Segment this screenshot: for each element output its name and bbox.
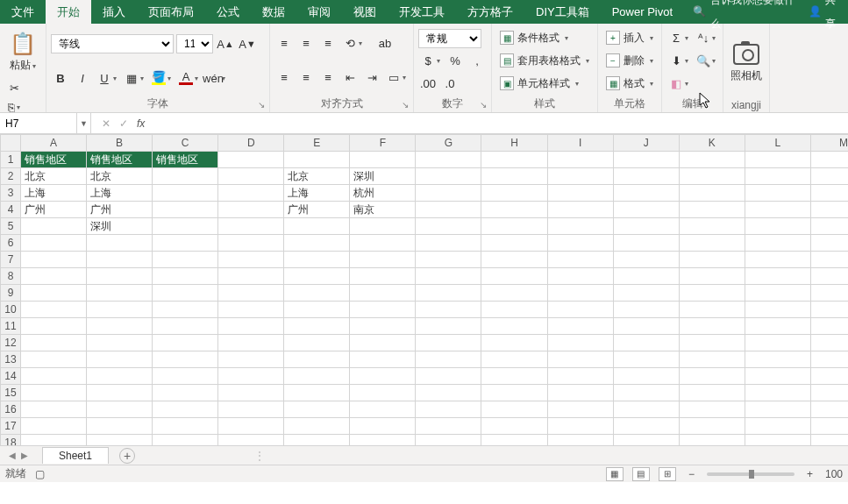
italic-button[interactable]: I — [73, 69, 92, 87]
cell[interactable] — [20, 435, 86, 446]
cell[interactable] — [810, 202, 848, 218]
cell[interactable] — [613, 185, 679, 202]
cell[interactable] — [416, 368, 481, 385]
zoom-slider[interactable] — [707, 472, 795, 476]
cell[interactable] — [284, 235, 350, 252]
align-bottom-button[interactable]: ≡ — [318, 35, 338, 53]
view-page-layout-button[interactable]: ▤ — [632, 467, 650, 481]
cell[interactable] — [153, 435, 218, 446]
tab-review[interactable]: 审阅 — [296, 0, 342, 24]
cell[interactable] — [218, 218, 284, 235]
cell[interactable] — [153, 368, 218, 385]
row-header[interactable]: 5 — [1, 218, 21, 235]
column-header[interactable]: E — [284, 135, 350, 152]
cell[interactable] — [153, 252, 218, 268]
cell[interactable] — [613, 318, 679, 335]
cell[interactable] — [153, 185, 218, 202]
cell-styles-button[interactable]: ▣单元格样式 — [496, 75, 593, 93]
cell[interactable] — [20, 235, 86, 252]
cell[interactable] — [679, 302, 745, 318]
cell[interactable] — [87, 385, 153, 401]
cell[interactable] — [218, 418, 284, 435]
cell[interactable] — [481, 418, 547, 435]
cell[interactable] — [547, 252, 613, 268]
insert-function-button[interactable]: fx — [137, 117, 145, 130]
cell[interactable] — [679, 252, 745, 268]
cell[interactable] — [679, 218, 745, 235]
border-button[interactable]: ▦ — [122, 69, 146, 87]
percent-button[interactable]: % — [445, 53, 465, 70]
tab-insert[interactable]: 插入 — [91, 0, 137, 24]
cell[interactable] — [481, 168, 547, 185]
cell[interactable] — [810, 385, 848, 401]
tab-file[interactable]: 文件 — [0, 0, 46, 24]
cell[interactable] — [547, 185, 613, 202]
cell[interactable] — [218, 235, 284, 252]
zoom-level[interactable]: 100 — [825, 468, 843, 480]
column-header[interactable]: H — [481, 135, 547, 152]
phonetic-button[interactable]: wén — [203, 69, 228, 87]
sort-filter-button[interactable]: ᴬ↓ — [694, 29, 718, 46]
cell[interactable] — [481, 385, 547, 401]
cell[interactable]: 销售地区 — [87, 152, 153, 168]
font-size-select[interactable]: 11 — [176, 34, 213, 53]
row-header[interactable]: 13 — [1, 351, 21, 368]
cell[interactable] — [547, 235, 613, 252]
cell[interactable] — [350, 218, 416, 235]
row-header[interactable]: 7 — [1, 252, 21, 268]
align-right-button[interactable]: ≡ — [318, 69, 338, 87]
cell[interactable] — [481, 302, 547, 318]
share-button[interactable]: 👤 共享 — [803, 0, 848, 24]
cell[interactable] — [20, 351, 86, 368]
cell[interactable] — [350, 285, 416, 302]
cell[interactable] — [745, 351, 810, 368]
cell[interactable] — [810, 285, 848, 302]
underline-button[interactable]: U — [95, 69, 119, 87]
increase-font-button[interactable]: A▲ — [216, 35, 235, 53]
cell[interactable] — [218, 435, 284, 446]
cell[interactable] — [679, 368, 745, 385]
cell[interactable] — [613, 435, 679, 446]
cell[interactable] — [481, 252, 547, 268]
cell[interactable] — [613, 168, 679, 185]
merge-button[interactable]: ▭ — [384, 69, 409, 87]
cell[interactable] — [481, 235, 547, 252]
cell[interactable] — [745, 152, 810, 168]
cell[interactable]: 销售地区 — [20, 152, 86, 168]
cell[interactable] — [350, 268, 416, 285]
cell[interactable] — [416, 385, 481, 401]
cell[interactable] — [679, 435, 745, 446]
column-header[interactable]: C — [153, 135, 218, 152]
cell[interactable] — [481, 351, 547, 368]
decrease-indent-button[interactable]: ⇤ — [340, 69, 360, 87]
cell[interactable] — [350, 252, 416, 268]
cell[interactable] — [218, 285, 284, 302]
cell[interactable] — [547, 385, 613, 401]
cell[interactable]: 广州 — [284, 202, 350, 218]
tab-view[interactable]: 视图 — [342, 0, 388, 24]
cancel-formula-button[interactable]: ✕ — [102, 117, 110, 130]
cell[interactable] — [745, 218, 810, 235]
cell[interactable] — [745, 401, 810, 418]
cell[interactable] — [218, 302, 284, 318]
cell[interactable] — [679, 335, 745, 351]
cell[interactable] — [218, 368, 284, 385]
tab-diy[interactable]: DIY工具箱 — [524, 0, 601, 24]
cell[interactable] — [745, 318, 810, 335]
cell[interactable] — [284, 435, 350, 446]
row-header[interactable]: 17 — [1, 418, 21, 435]
tab-formulas[interactable]: 公式 — [205, 0, 251, 24]
slider-thumb-icon[interactable] — [749, 470, 754, 479]
cell[interactable] — [416, 152, 481, 168]
cell[interactable] — [613, 235, 679, 252]
cell[interactable] — [547, 285, 613, 302]
cell[interactable] — [547, 202, 613, 218]
cell[interactable] — [613, 335, 679, 351]
cell[interactable] — [20, 302, 86, 318]
cell[interactable] — [416, 202, 481, 218]
fill-button[interactable]: ⬇ — [666, 52, 691, 69]
row-header[interactable]: 11 — [1, 318, 21, 335]
column-header[interactable]: G — [416, 135, 481, 152]
row-header[interactable]: 4 — [1, 202, 21, 218]
cell[interactable] — [613, 418, 679, 435]
